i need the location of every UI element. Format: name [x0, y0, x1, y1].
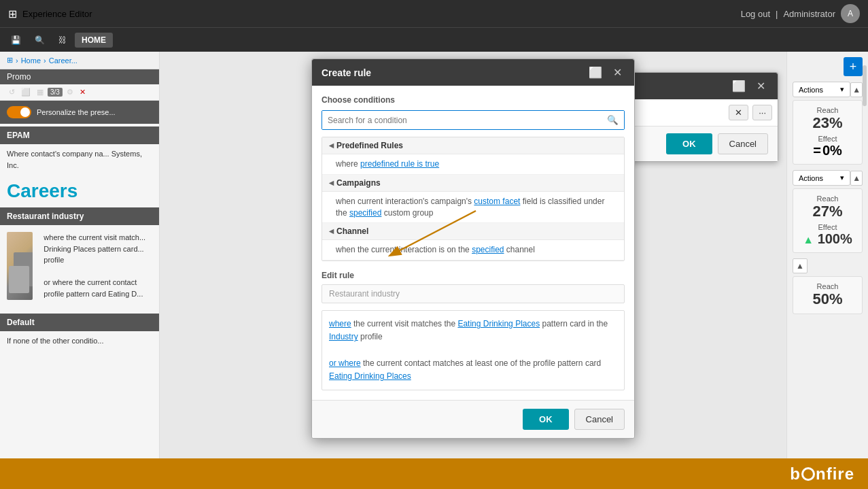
choose-conditions-label: Choose conditions — [322, 95, 625, 105]
toggle-knob — [20, 107, 30, 117]
avatar: A — [841, 4, 860, 23]
admin-name: Administrator — [783, 9, 835, 19]
copy-btn[interactable]: ⬜ — [19, 87, 33, 97]
rule-line-1: where the current visit matches the Eati… — [329, 318, 617, 343]
dialog-footer: OK Cancel — [312, 400, 634, 438]
app-title: Experience Editor — [22, 9, 92, 19]
stat-group-2: Actions ▾ ▲ Reach 27% Effect ▲ 100% — [793, 170, 863, 253]
breadcrumb: ⊞ › Home › Career... — [0, 52, 159, 69]
personalize-toggle: Personalize the prese... — [0, 101, 159, 124]
eating-drinking-link-2[interactable]: Eating Drinking Places — [329, 371, 411, 381]
reach-label-1: Reach — [799, 106, 856, 114]
stat-card-2: Reach 27% Effect ▲ 100% — [793, 188, 863, 253]
right-panel: + Actions ▾ ▲ Reach 23% Effect = 0% — [786, 52, 868, 458]
main-area: ⊞ › Home › Career... Promo ↺ ⬜ ▦ 3/3 ⚙ ✕… — [0, 52, 868, 458]
collapse-btn-3[interactable]: ▲ — [793, 258, 808, 273]
undo-btn[interactable]: ↺ — [7, 87, 17, 97]
share-button[interactable]: ⛓ — [53, 33, 72, 48]
effect-value-2: ▲ 100% — [799, 231, 856, 247]
home-nav-button[interactable]: HOME — [75, 33, 113, 48]
toggle-switch[interactable] — [7, 106, 31, 118]
industry-link[interactable]: Industry — [329, 332, 358, 341]
kitchen-image — [7, 232, 33, 300]
reach-value-1: 23% — [799, 114, 856, 132]
edit-rule-label: Edit rule — [322, 271, 625, 280]
stat-card-3: Reach 50% — [793, 276, 863, 314]
actions-btn-2[interactable]: Actions ▾ — [793, 170, 850, 186]
group-campaigns[interactable]: ◀ Campaigns — [322, 175, 624, 192]
promo-bar: Promo — [0, 69, 159, 84]
logout-link[interactable]: Log out — [741, 9, 770, 19]
bonfire-o — [801, 467, 815, 481]
collapse-btn-2[interactable]: ▲ — [850, 171, 863, 186]
left-panel: ⊞ › Home › Career... Promo ↺ ⬜ ▦ 3/3 ⚙ ✕… — [0, 52, 160, 458]
create-rule-close-btn[interactable]: ✕ — [610, 66, 625, 79]
conditions-list: ◀ Predefined Rules where predefined rule… — [322, 137, 625, 261]
cond-predefined-rule-true[interactable]: where predefined rule is true — [322, 154, 624, 175]
ok-btn[interactable]: OK — [523, 409, 569, 430]
grid-icon: ⊞ — [8, 7, 17, 20]
rule-line-2: or where the current contact matches at … — [329, 357, 617, 383]
stat-group-1: Actions ▾ ▲ Reach 23% Effect = 0% — [793, 82, 863, 165]
default-section-bar: Default — [0, 314, 159, 331]
create-rule-dialog: Create rule ⬜ ✕ Choose conditions 🔍 — [311, 58, 635, 439]
reach-label-3: Reach — [799, 282, 856, 290]
edit-rule-content: where the current visit matches the Eati… — [322, 310, 625, 390]
search-button[interactable]: 🔍 — [29, 33, 50, 48]
or-where-link[interactable]: or where — [329, 358, 361, 368]
create-rule-content: Choose conditions 🔍 ◀ Predefined Rules w… — [312, 86, 634, 400]
stat-card-1: Reach 23% Effect = 0% — [793, 100, 863, 165]
create-rule-maximize-btn[interactable]: ⬜ — [586, 66, 605, 79]
effect-label-2: Effect — [799, 223, 856, 231]
group-predefined-rules[interactable]: ◀ Predefined Rules — [322, 137, 624, 154]
top-bar-right: Log out | Administrator A — [741, 4, 860, 23]
personalize-text: Personalize the prese... — [37, 108, 116, 116]
reach-value-2: 27% — [799, 203, 856, 220]
save-button[interactable]: 💾 — [5, 33, 27, 48]
actions-btn-1[interactable]: Actions ▾ — [793, 82, 850, 97]
where-link[interactable]: where — [329, 319, 351, 328]
effect-value-1: = 0% — [799, 143, 856, 158]
secondary-toolbar: 💾 🔍 ⛓ HOME — [0, 27, 868, 52]
variant-count: 3/3 — [48, 88, 63, 97]
group-channel[interactable]: ◀ Channel — [322, 223, 624, 240]
restaurant-image: where the current visit match... Drinkin… — [7, 232, 152, 300]
reach-label-2: Reach — [799, 195, 856, 203]
search-box: 🔍 — [322, 110, 625, 130]
breadcrumb-icon: ⊞ — [7, 56, 13, 65]
layout-btn[interactable]: ▦ — [35, 87, 46, 97]
search-submit-btn[interactable]: 🔍 — [602, 111, 624, 129]
search-input[interactable] — [322, 111, 602, 129]
scrollbar[interactable] — [863, 65, 867, 106]
app-logo: ⊞ Experience Editor — [8, 7, 92, 20]
edit-rule-name[interactable]: Restaurant industry — [322, 284, 625, 303]
create-rule-title: Create rule — [322, 67, 371, 78]
breadcrumb-home[interactable]: Home — [21, 56, 41, 65]
careers-heading: Careers — [0, 175, 159, 207]
variant-bar: ↺ ⬜ ▦ 3/3 ⚙ ✕ — [0, 84, 159, 101]
cond-channel-item[interactable]: when the current interaction is on the s… — [322, 240, 624, 260]
settings-btn[interactable]: ⚙ — [65, 87, 75, 97]
epam-section-bar: EPAM — [0, 127, 159, 144]
eating-drinking-link[interactable]: Eating Drinking Places — [457, 319, 540, 328]
variant-icons: ↺ ⬜ ▦ 3/3 ⚙ ✕ — [7, 87, 88, 97]
collapse-btn-1[interactable]: ▲ — [850, 82, 863, 97]
content-area: Personalize the com... ⬜ ✕ ✕ ··· OK Canc… — [160, 52, 786, 458]
bonfire-logo: bnfire — [790, 465, 854, 484]
restaurant-content: where the current visit match... Drinkin… — [0, 228, 159, 308]
stat-group-3: ▲ Reach 50% — [793, 258, 863, 314]
footer-bar: bnfire — [0, 458, 868, 489]
restaurant-section-bar: Restaurant industry — [0, 207, 159, 225]
cond-campaigns-item[interactable]: when current interaction's campaign's cu… — [322, 192, 624, 224]
add-btn[interactable]: + — [844, 57, 863, 76]
dialog-overlay: Create rule ⬜ ✕ Choose conditions 🔍 — [160, 52, 786, 458]
cancel-btn[interactable]: Cancel — [574, 409, 625, 430]
epam-content: Where contact's company na... Systems, I… — [0, 144, 159, 175]
breadcrumb-careers[interactable]: Career... — [49, 56, 77, 65]
create-rule-title-bar: Create rule ⬜ ✕ — [312, 59, 634, 86]
top-bar: ⊞ Experience Editor Log out | Administra… — [0, 0, 868, 27]
default-content: If none of the other conditio... — [0, 331, 159, 351]
reach-value-3: 50% — [799, 290, 856, 308]
delete-btn[interactable]: ✕ — [77, 87, 88, 97]
edit-rule-section: Edit rule Restaurant industry where the … — [322, 271, 625, 390]
